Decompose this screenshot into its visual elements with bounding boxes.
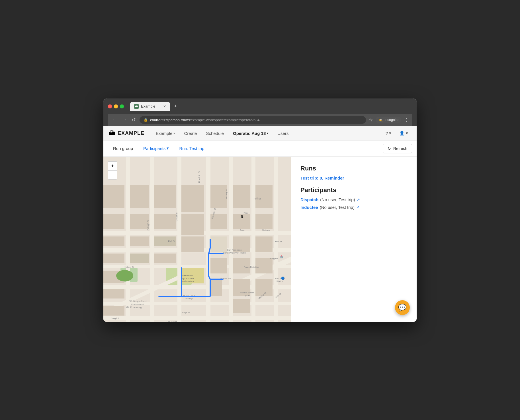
browser-menu-icon[interactable]: ⋮ <box>404 117 409 123</box>
tab-participants[interactable]: Participants ▾ <box>138 141 174 156</box>
dispatch-info: (No user, Test trip) <box>320 197 355 202</box>
zoom-in-button[interactable]: + <box>108 161 117 170</box>
svg-text:Subway: Subway <box>262 229 270 231</box>
nav-item-operate[interactable]: Operate: Aug 18 ▾ <box>228 129 273 138</box>
tab-run-group[interactable]: Run group <box>108 141 138 156</box>
svg-rect-12 <box>177 157 181 322</box>
dispatch-external-icon[interactable]: ↗ <box>357 197 360 202</box>
svg-rect-20 <box>130 214 149 229</box>
svg-rect-52 <box>103 289 124 298</box>
svg-text:Pauls Detailing: Pauls Detailing <box>244 266 259 268</box>
address-field[interactable]: 🔒 charter.firstperson.travel/example-wor… <box>140 116 366 124</box>
user-icon: 👤 <box>399 131 405 136</box>
participants-section: Participants Dispatch (No user, Test tri… <box>300 186 408 210</box>
svg-text:/ IHS Gym: / IHS Gym <box>184 297 194 300</box>
inductee-link[interactable]: Inductee <box>300 205 318 210</box>
map-svg: Gough St Franklin St Fell St Fell St Hic… <box>103 157 291 322</box>
maximize-button[interactable] <box>120 104 124 108</box>
svg-rect-22 <box>130 254 149 263</box>
svg-rect-14 <box>229 157 233 322</box>
svg-text:Page St: Page St <box>182 311 190 314</box>
dispatch-link[interactable]: Dispatch <box>300 197 318 202</box>
participant-inductee-row: Inductee (No user, Test trip) ↗ <box>300 205 408 210</box>
back-button[interactable]: ← <box>111 117 118 123</box>
forward-button[interactable]: → <box>121 117 128 123</box>
zoom-out-button[interactable]: − <box>108 170 117 180</box>
svg-rect-33 <box>210 236 227 252</box>
svg-rect-48 <box>103 214 124 229</box>
participant-dispatch-row: Dispatch (No user, Test trip) ↗ <box>300 197 408 202</box>
close-button[interactable] <box>108 104 112 108</box>
nav-create-label: Create <box>184 131 197 136</box>
svg-rect-53 <box>103 306 124 316</box>
svg-text:🔵: 🔵 <box>281 276 285 280</box>
svg-rect-15 <box>251 157 255 322</box>
right-panel: Runs Test trip: 0. Reminder Participants… <box>291 157 417 322</box>
run-item: Test trip: 0. Reminder <box>300 176 408 181</box>
svg-text:Fell St: Fell St <box>168 240 175 243</box>
tab-run-test-trip[interactable]: Run: Test trip <box>174 141 209 156</box>
nav-item-schedule[interactable]: Schedule <box>201 129 228 138</box>
help-arrow: ▾ <box>389 131 391 136</box>
reload-button[interactable]: ↺ <box>131 117 137 123</box>
svg-text:Cala: Cala <box>240 229 245 231</box>
tab-run-label: Run: Test trip <box>179 146 204 151</box>
svg-rect-47 <box>103 185 124 208</box>
lock-icon: 🔒 <box>144 118 148 122</box>
address-url: charter.firstperson.travel/example-works… <box>150 118 259 122</box>
minimize-button[interactable] <box>114 104 118 108</box>
refresh-button[interactable]: ↻ Refresh <box>383 144 412 153</box>
url-domain: charter.firstperson.travel <box>150 118 190 122</box>
svg-rect-29 <box>181 214 204 235</box>
nav-item-example[interactable]: Example ▾ <box>151 129 179 138</box>
browser-window: 🏔 Example ✕ + ← → ↺ 🔒 charter.firstperso… <box>103 98 417 322</box>
svg-rect-11 <box>150 157 154 322</box>
run-reminder-link[interactable]: 0. Reminder <box>320 176 344 180</box>
map-controls: + − <box>108 161 117 180</box>
tab-participants-dropdown[interactable]: Participants ▾ <box>143 146 169 151</box>
tab-close-icon[interactable]: ✕ <box>163 104 166 108</box>
refresh-icon: ↻ <box>388 146 391 151</box>
svg-rect-24 <box>154 214 176 229</box>
app-logo: 🏔 EXAMPLE <box>109 129 144 137</box>
nav-right: ? ▾ 👤 ▾ <box>383 129 411 137</box>
logo-icon: 🏔 <box>109 129 115 137</box>
svg-text:San Francisco: San Francisco <box>181 280 194 282</box>
nav-menu: Example ▾ Create Schedule Operate: Aug 1… <box>151 129 383 138</box>
tab-run-group-label: Run group <box>113 146 133 151</box>
browser-titlebar: 🏔 Example ✕ + ← → ↺ 🔒 charter.firstperso… <box>103 98 417 126</box>
runs-section: Runs Test trip: 0. Reminder <box>300 165 408 181</box>
svg-rect-42 <box>255 185 273 208</box>
svg-text:History St: History St <box>225 188 228 198</box>
new-tab-button[interactable]: + <box>172 102 179 110</box>
star-icon[interactable]: ☆ <box>369 117 373 123</box>
help-icon: ? <box>386 131 388 136</box>
svg-text:Station: Station <box>277 280 284 283</box>
chat-icon: 💬 <box>398 304 407 312</box>
participants-title: Participants <box>300 186 408 194</box>
incognito-badge: 🕵 Incognito <box>376 117 401 123</box>
incognito-icon: 🕵 <box>378 118 383 122</box>
svg-text:International: International <box>182 275 193 277</box>
run-link-label[interactable]: Test trip: <box>300 176 318 180</box>
inductee-external-icon[interactable]: ↗ <box>356 205 359 209</box>
nav-item-users[interactable]: Users <box>273 129 293 138</box>
svg-rect-50 <box>103 254 124 263</box>
address-bar: ← → ↺ 🔒 charter.firstperson.travel/examp… <box>108 114 412 126</box>
svg-text:Gough St: Gough St <box>147 219 150 230</box>
svg-rect-28 <box>181 236 204 252</box>
svg-rect-36 <box>233 185 250 208</box>
svg-rect-44 <box>255 236 273 252</box>
page-tabs: Run group Participants ▾ Run: Test trip … <box>103 141 417 157</box>
tab-participants-arrow: ▾ <box>167 146 169 151</box>
map-area[interactable]: + − <box>103 157 291 322</box>
help-button[interactable]: ? ▾ <box>383 129 394 137</box>
chat-fab[interactable]: 💬 <box>395 300 410 315</box>
browser-tab-active[interactable]: 🏔 Example ✕ <box>130 102 170 111</box>
svg-rect-9 <box>103 316 291 320</box>
svg-text:Fell St: Fell St <box>253 197 261 200</box>
nav-item-create[interactable]: Create <box>179 129 201 138</box>
svg-rect-49 <box>103 236 124 246</box>
svg-text:Cycles: Cycles <box>244 294 251 297</box>
user-button[interactable]: 👤 ▾ <box>396 129 411 137</box>
